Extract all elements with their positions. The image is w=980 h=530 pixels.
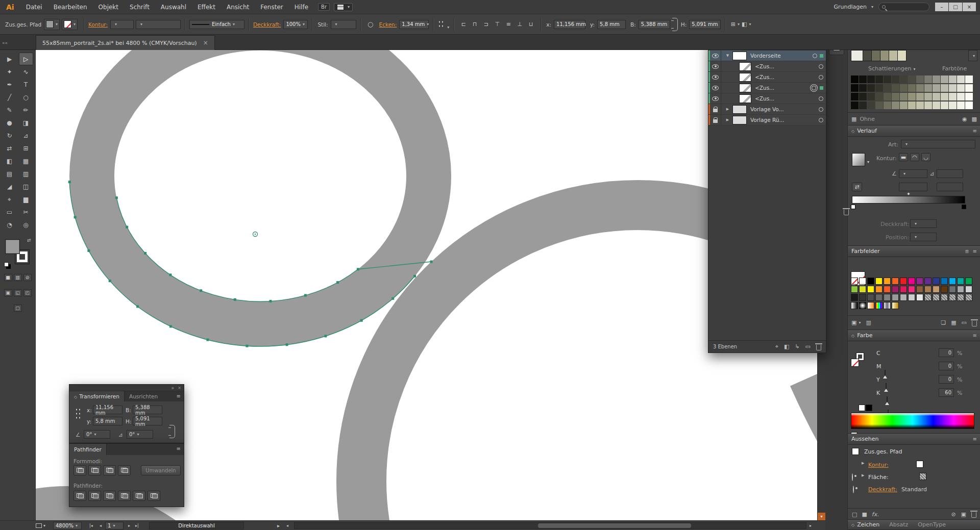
close-panel-icon[interactable] (178, 386, 181, 390)
style-dropdown[interactable] (331, 20, 356, 29)
tp-height-field[interactable]: 5,091 mm (133, 417, 162, 425)
duplicate-item-icon[interactable]: ▣ (961, 511, 966, 518)
variation-swatch[interactable] (892, 84, 899, 92)
anchor-point[interactable] (336, 281, 339, 284)
transform-options-button[interactable]: ⊞ (730, 20, 740, 29)
target-circle[interactable] (812, 86, 816, 90)
stroke-gradient-across-button[interactable]: ◡ (921, 153, 930, 161)
anchor-point[interactable] (109, 280, 111, 282)
variation-swatch[interactable] (941, 93, 948, 100)
swatch[interactable] (957, 294, 964, 301)
horizontal-scroll-thumb[interactable] (538, 523, 691, 528)
anchor-point[interactable] (74, 216, 77, 218)
gradient-option-field-1[interactable] (899, 183, 927, 191)
layer-row-zus[interactable]: <Zus... (708, 61, 826, 72)
swatch[interactable] (957, 277, 964, 285)
eye-icon[interactable] (853, 486, 854, 493)
swatch[interactable] (867, 286, 874, 293)
swatch[interactable] (900, 294, 907, 301)
variation-swatch[interactable] (908, 75, 916, 83)
layer-row-vorderseite[interactable]: ▼Vorderseite (708, 51, 826, 61)
black-swatch[interactable] (866, 405, 872, 411)
ecken-link[interactable]: Ecken: (379, 21, 397, 28)
x-field[interactable]: 11,156 mm (554, 20, 585, 29)
shear-field[interactable]: 0° (127, 430, 153, 439)
expand-icon[interactable]: ▼ (724, 54, 731, 58)
variation-swatch[interactable] (941, 75, 948, 83)
tp-y-field[interactable]: 5,8 mm (93, 417, 122, 425)
slice-tool[interactable]: ✂ (19, 206, 33, 218)
anchor-point[interactable] (246, 345, 248, 347)
swatch[interactable] (900, 286, 907, 293)
corner-radius-field[interactable]: 1,34 mm (399, 20, 429, 29)
layer-row-vorlage-vo[interactable]: ▶Vorlage Vo... (708, 104, 826, 115)
variation-swatch[interactable] (859, 75, 867, 83)
swatch[interactable] (859, 286, 866, 293)
variation-swatch[interactable] (867, 75, 875, 83)
anchor-point[interactable] (304, 294, 307, 296)
swatch[interactable] (875, 302, 883, 309)
gradient-slider[interactable] (852, 196, 965, 204)
variation-swatch[interactable] (851, 102, 859, 109)
gradient-stop-end[interactable] (962, 205, 966, 209)
visibility-cell[interactable] (710, 83, 721, 93)
lock-cell[interactable] (710, 104, 721, 114)
draw-normal-button[interactable]: ▣ (4, 289, 12, 296)
anchor-point[interactable] (126, 226, 128, 229)
swatch[interactable] (884, 294, 891, 301)
collapse-icon[interactable] (171, 385, 174, 391)
artboard-number-field[interactable]: 1 (105, 522, 124, 529)
selection-tool[interactable]: ▶ (3, 53, 17, 65)
paintbrush-tool[interactable]: ✎ (3, 104, 17, 116)
panel-menu-icon[interactable] (973, 248, 977, 254)
variation-swatch[interactable] (900, 93, 908, 100)
transform-titlebar[interactable] (69, 385, 184, 391)
new-layer-icon[interactable]: ▭ (805, 343, 811, 350)
variation-swatch[interactable] (908, 84, 916, 92)
new-fill-icon[interactable]: ■ (862, 511, 867, 518)
target-circle[interactable] (813, 54, 817, 58)
variation-swatch[interactable] (949, 75, 957, 83)
variation-swatch[interactable] (867, 93, 875, 100)
variation-swatch[interactable] (916, 75, 924, 83)
tp-width-field[interactable]: 5,388 mm (133, 406, 162, 414)
variation-swatch[interactable] (867, 84, 875, 92)
slider-y[interactable] (887, 396, 888, 404)
white-swatch[interactable] (859, 405, 865, 411)
target-circle[interactable] (819, 64, 823, 69)
menu-objekt[interactable]: Objekt (93, 0, 124, 14)
swatch[interactable] (884, 277, 891, 285)
farbe-header[interactable]: Farbe (848, 330, 980, 341)
expand-icon[interactable]: ▶ (724, 118, 731, 122)
swatch[interactable] (892, 286, 899, 293)
status-options-icon[interactable] (276, 522, 281, 529)
gradient-midpoint-stop[interactable] (906, 192, 911, 196)
swatch[interactable] (933, 286, 940, 293)
status-tool-display[interactable]: Direktauswahl (149, 522, 244, 529)
tab-ausrichten[interactable]: Ausrichten (125, 391, 162, 401)
pencil-tool[interactable]: ✏ (19, 104, 33, 116)
target-circle[interactable] (819, 96, 823, 101)
minimize-button[interactable] (935, 3, 948, 11)
draw-inside-button[interactable]: ◰ (23, 289, 32, 296)
tab-absatz[interactable]: Absatz (889, 521, 908, 528)
delete-stop-icon[interactable] (844, 210, 849, 215)
variation-swatch[interactable] (916, 93, 924, 100)
width-tool[interactable]: ⇄ (3, 142, 17, 155)
align-right-button[interactable]: ⊐ (481, 20, 491, 29)
gradient-option-field-2[interactable] (937, 183, 963, 191)
collapse-icon[interactable] (851, 128, 854, 134)
eraser-tool[interactable]: ◨ (19, 116, 33, 129)
layer-row-zus[interactable]: <Zus... (708, 93, 826, 104)
swatch[interactable] (875, 294, 883, 301)
blend-tool[interactable]: ◫ (19, 180, 33, 193)
opacity-field[interactable]: 100% (283, 20, 308, 29)
visibility-cell[interactable] (710, 93, 721, 104)
swatch[interactable] (949, 294, 956, 301)
harmony-swatch[interactable] (863, 50, 872, 61)
unite-button[interactable] (74, 465, 86, 475)
variation-swatch[interactable] (949, 102, 957, 109)
last-artboard-icon[interactable] (134, 522, 140, 529)
target-circle[interactable] (819, 118, 823, 122)
menu-schrift[interactable]: Schrift (124, 0, 155, 14)
